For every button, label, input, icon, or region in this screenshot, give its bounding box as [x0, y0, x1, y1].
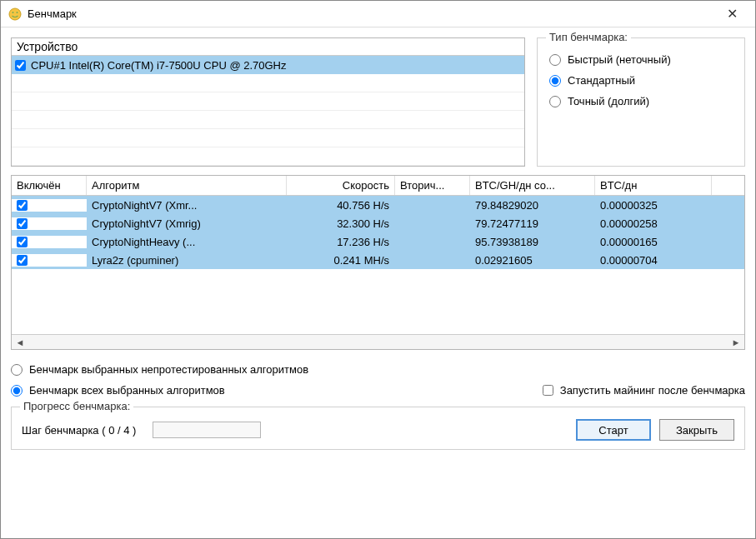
progress-legend: Прогресс бенчмарка:	[20, 400, 133, 412]
svg-point-0	[9, 8, 21, 20]
radio-untested[interactable]	[11, 364, 23, 376]
progress-step-label: Шаг бенчмарка ( 0 / 4 )	[22, 424, 136, 437]
algorithm-header: Включён Алгоритм Скорость Вторич... BTC/…	[12, 176, 744, 196]
algo-checkbox[interactable]	[17, 218, 28, 229]
device-row-empty	[12, 111, 524, 129]
bench-type-fast[interactable]: Быстрый (неточный)	[549, 53, 733, 66]
cell-secondary	[395, 204, 470, 206]
device-row-empty	[12, 129, 524, 147]
cell-algorithm: Lyra2z (cpuminer)	[87, 253, 287, 267]
cell-speed: 17.236 H/s	[287, 235, 395, 249]
radio-all[interactable]	[11, 385, 23, 397]
device-row-empty	[12, 74, 524, 92]
svg-point-1	[13, 12, 14, 13]
device-label: CPU#1 Intel(R) Core(TM) i7-7500U CPU @ 2…	[31, 59, 287, 72]
cell-speed: 40.756 H/s	[287, 198, 395, 212]
algorithm-body: CryptoNightV7 (Xmr... 40.756 H/s 79.8482…	[12, 196, 744, 334]
cell-btc-dn: 0.00000258	[595, 217, 712, 231]
table-row-empty	[12, 287, 744, 306]
radio-precise-label: Точный (долгий)	[568, 95, 649, 107]
device-row-empty	[12, 92, 524, 111]
start-mining-checkbox[interactable]	[543, 385, 553, 396]
col-header-secondary[interactable]: Вторич...	[395, 176, 470, 195]
table-row[interactable]: Lyra2z (cpuminer) 0.241 MH/s 0.02921605 …	[12, 251, 744, 269]
start-mining-label: Запустить майнинг после бенчмарка	[560, 384, 745, 397]
bench-type-standard[interactable]: Стандартный	[549, 74, 733, 87]
radio-precise[interactable]	[549, 96, 561, 107]
scope-all[interactable]: Бенчмарк всех выбранных алгоритмов	[11, 384, 225, 397]
button-row: Старт Закрыть	[576, 419, 734, 441]
progress-panel: Прогресс бенчмарка: Шаг бенчмарка ( 0 / …	[11, 407, 745, 450]
device-row-empty	[12, 147, 524, 166]
radio-standard[interactable]	[549, 75, 561, 87]
scroll-right-icon[interactable]: ►	[729, 337, 743, 348]
cell-btc-gh: 79.72477119	[470, 217, 595, 231]
svg-point-2	[17, 12, 18, 13]
titlebar: Бенчмарк ✕	[1, 1, 755, 27]
cell-secondary	[395, 259, 470, 261]
horizontal-scrollbar[interactable]: ◄ ►	[12, 334, 744, 349]
close-dialog-button[interactable]: Закрыть	[659, 419, 734, 441]
benchmark-window: Бенчмарк ✕ Устройство CPU#1 Intel(R) Cor…	[0, 0, 756, 539]
bench-type-legend: Тип бенчмарка:	[546, 31, 631, 43]
col-header-enabled[interactable]: Включён	[12, 176, 87, 195]
bench-type-precise[interactable]: Точный (долгий)	[549, 95, 733, 107]
radio-all-label: Бенчмарк всех выбранных алгоритмов	[29, 384, 225, 397]
device-list: CPU#1 Intel(R) Core(TM) i7-7500U CPU @ 2…	[12, 56, 524, 166]
col-header-btc-dn[interactable]: BTC/дн	[595, 176, 712, 195]
start-button[interactable]: Старт	[576, 419, 651, 441]
cell-btc-gh: 79.84829020	[470, 198, 595, 212]
cell-secondary	[395, 222, 470, 224]
cell-speed: 32.300 H/s	[287, 217, 395, 231]
algo-checkbox[interactable]	[17, 237, 28, 247]
bench-type-group: Тип бенчмарка: Быстрый (неточный) Станда…	[537, 37, 745, 167]
scope-untested[interactable]: Бенчмарк выбранных непротестированных ал…	[11, 363, 745, 376]
cell-btc-gh: 0.02921605	[470, 253, 595, 267]
start-mining-check[interactable]: Запустить майнинг после бенчмарка	[543, 384, 745, 397]
cell-algorithm: CryptoNightHeavy (...	[87, 235, 287, 249]
top-row: Устройство CPU#1 Intel(R) Core(TM) i7-75…	[11, 37, 745, 167]
algo-checkbox[interactable]	[17, 255, 28, 266]
bench-scope-group: Бенчмарк выбранных непротестированных ал…	[11, 362, 745, 398]
col-header-btc-gh[interactable]: BTC/GH/дн со...	[470, 176, 595, 195]
table-row[interactable]: CryptoNightHeavy (... 17.236 H/s 95.7393…	[12, 232, 744, 251]
window-title: Бенчмарк	[28, 7, 715, 20]
table-row[interactable]: CryptoNightV7 (Xmrig) 32.300 H/s 79.7247…	[12, 214, 744, 232]
cell-btc-gh: 95.73938189	[470, 235, 595, 249]
device-checkbox[interactable]	[15, 60, 26, 71]
cell-algorithm: CryptoNightV7 (Xmr...	[87, 198, 287, 212]
radio-standard-label: Стандартный	[568, 74, 635, 87]
close-button[interactable]: ✕	[715, 6, 748, 22]
cell-btc-dn: 0.00000325	[595, 198, 712, 212]
table-row-empty	[12, 269, 744, 287]
cell-secondary	[395, 241, 470, 242]
device-panel: Устройство CPU#1 Intel(R) Core(TM) i7-75…	[11, 37, 525, 167]
cell-btc-dn: 0.00000704	[595, 253, 712, 267]
cell-speed: 0.241 MH/s	[287, 253, 395, 267]
cell-algorithm: CryptoNightV7 (Xmrig)	[87, 217, 287, 231]
scroll-left-icon[interactable]: ◄	[13, 337, 27, 348]
col-header-speed[interactable]: Скорость	[287, 176, 395, 195]
radio-untested-label: Бенчмарк выбранных непротестированных ал…	[29, 363, 308, 376]
algorithm-panel: Включён Алгоритм Скорость Вторич... BTC/…	[11, 175, 745, 350]
algo-checkbox[interactable]	[17, 200, 28, 211]
content-area: Устройство CPU#1 Intel(R) Core(TM) i7-75…	[1, 27, 755, 538]
device-header: Устройство	[12, 38, 524, 56]
cell-btc-dn: 0.00000165	[595, 235, 712, 249]
app-icon	[8, 7, 23, 22]
col-header-algorithm[interactable]: Алгоритм	[87, 176, 287, 195]
radio-fast[interactable]	[549, 54, 561, 66]
progress-bar	[153, 422, 261, 438]
device-row[interactable]: CPU#1 Intel(R) Core(TM) i7-7500U CPU @ 2…	[12, 56, 524, 74]
table-row[interactable]: CryptoNightV7 (Xmr... 40.756 H/s 79.8482…	[12, 196, 744, 214]
radio-fast-label: Быстрый (неточный)	[568, 53, 671, 66]
